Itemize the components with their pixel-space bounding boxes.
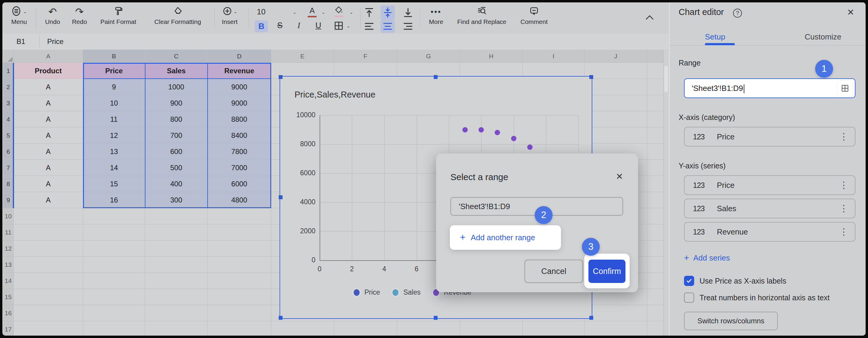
cell-B10[interactable] (83, 208, 145, 224)
add-series-button[interactable]: + Add series (684, 253, 730, 263)
cell-C12[interactable] (145, 241, 208, 257)
cell-D1[interactable]: Revenue (208, 63, 271, 79)
cell-B9[interactable]: 16 (83, 192, 145, 208)
borders-chevron-icon[interactable]: ⌄ (346, 23, 350, 29)
cell-C1[interactable]: Sales (145, 63, 208, 79)
column-header-D[interactable]: D (208, 50, 271, 63)
kebab-menu-icon[interactable]: ⋮ (839, 128, 848, 146)
align-right-button[interactable] (402, 21, 414, 33)
cell-B2[interactable]: 9 (83, 79, 145, 95)
checkbox-unchecked-icon[interactable] (684, 292, 694, 303)
align-middle-button[interactable] (380, 5, 395, 20)
menu-button[interactable]: ⌄ Menu (5, 5, 33, 25)
cell-B1[interactable]: Price (83, 63, 145, 79)
select-all-corner[interactable] (3, 50, 14, 63)
chart-resize-handle[interactable] (589, 316, 593, 320)
cell-C16[interactable] (145, 305, 208, 321)
cell-D11[interactable] (208, 224, 271, 241)
close-icon[interactable]: ✕ (616, 171, 623, 181)
cell-B7[interactable]: 14 (83, 160, 145, 176)
cell-D7[interactable]: 7000 (208, 160, 271, 176)
cell-A17[interactable] (14, 321, 83, 336)
y-series-field-revenue[interactable]: 123 Revenue ⋮ (684, 222, 856, 242)
row-header-13[interactable]: 13 (3, 257, 14, 273)
x-axis-field[interactable]: 123 Price ⋮ (684, 127, 856, 146)
row-header-6[interactable]: 6 (3, 144, 14, 160)
cell-J17[interactable] (585, 321, 647, 336)
cell-A11[interactable] (14, 224, 83, 241)
cell-D14[interactable] (208, 273, 271, 289)
align-left-button[interactable] (363, 21, 375, 33)
treat-text-checkbox-row[interactable]: Treat numbers in horizontal axis as text (684, 292, 830, 303)
cell-C10[interactable] (145, 208, 208, 224)
column-header-G[interactable]: G (397, 50, 460, 63)
cell-B8[interactable]: 15 (83, 176, 145, 192)
add-another-range-button[interactable]: + Add another range (450, 225, 561, 250)
use-labels-checkbox-row[interactable]: Use Price as X-axis labels (684, 276, 786, 286)
cell-C4[interactable]: 800 (145, 111, 208, 128)
font-size-value[interactable]: 10 (257, 7, 266, 17)
row-header-7[interactable]: 7 (3, 160, 14, 176)
cell-F17[interactable] (334, 321, 397, 336)
paint-format-button[interactable]: Paint Format (94, 5, 142, 25)
fill-color-button[interactable] (335, 6, 343, 17)
cell-D6[interactable]: 7800 (208, 144, 271, 160)
row-header-9[interactable]: 9 (3, 192, 14, 208)
tab-customize[interactable]: Customize (805, 32, 841, 41)
insert-button[interactable]: ⌄ Insert (215, 5, 244, 25)
y-series-field-price[interactable]: 123 Price ⋮ (684, 175, 856, 195)
cell-A7[interactable]: A (14, 160, 83, 176)
italic-button[interactable]: I (298, 21, 300, 30)
borders-button[interactable] (333, 20, 344, 32)
cell-G17[interactable] (397, 321, 460, 336)
cell-B12[interactable] (83, 241, 145, 257)
cell-C2[interactable]: 1000 (145, 79, 208, 95)
cell-D2[interactable]: 9000 (208, 79, 271, 95)
cell-J5[interactable] (585, 128, 647, 144)
column-header-A[interactable]: A (14, 50, 83, 63)
cell-D8[interactable]: 6000 (208, 176, 271, 192)
cell-C14[interactable] (145, 273, 208, 289)
name-box[interactable]: B1 (2, 33, 39, 50)
row-header-2[interactable]: 2 (3, 79, 14, 95)
comment-button[interactable]: Comment (515, 5, 554, 25)
cell-C11[interactable] (145, 224, 208, 241)
align-top-button[interactable] (363, 7, 375, 20)
cell-C8[interactable]: 400 (145, 176, 208, 192)
cell-A9[interactable]: A (14, 192, 83, 208)
cell-D13[interactable] (208, 257, 271, 273)
checkbox-checked-icon[interactable] (684, 276, 694, 286)
vertical-scrollbar[interactable] (664, 50, 669, 336)
collapse-toolbar-button[interactable] (645, 13, 655, 22)
cell-D4[interactable]: 8800 (208, 111, 271, 128)
cell-J3[interactable] (585, 95, 647, 111)
help-icon[interactable]: ? (733, 9, 742, 18)
range-input[interactable]: 'Sheet3'!B1:D9 (684, 78, 856, 98)
more-button[interactable]: ••• More (424, 5, 448, 25)
redo-button[interactable]: ↷ Redo (67, 5, 91, 25)
column-header-C[interactable]: C (145, 50, 208, 63)
cell-B3[interactable]: 10 (83, 95, 145, 111)
formula-input[interactable]: Price (47, 33, 64, 50)
cancel-button[interactable]: Cancel (525, 260, 583, 283)
cell-D15[interactable] (208, 289, 271, 305)
cell-B16[interactable] (83, 305, 145, 321)
row-header-15[interactable]: 15 (3, 289, 14, 305)
cell-I17[interactable] (523, 321, 585, 336)
cell-C5[interactable]: 700 (145, 128, 208, 144)
cell-C13[interactable] (145, 257, 208, 273)
cell-D5[interactable]: 8400 (208, 128, 271, 144)
cell-D12[interactable] (208, 241, 271, 257)
row-header-17[interactable]: 17 (3, 321, 14, 336)
cell-C15[interactable] (145, 289, 208, 305)
fill-color-chevron-icon[interactable]: ⌄ (349, 9, 353, 15)
cell-A12[interactable] (14, 241, 83, 257)
kebab-menu-icon[interactable]: ⋮ (839, 223, 848, 241)
cell-C7[interactable]: 500 (145, 160, 208, 176)
cell-A2[interactable]: A (14, 79, 83, 95)
cell-C17[interactable] (145, 321, 208, 336)
cell-J4[interactable] (585, 111, 647, 128)
cell-A14[interactable] (14, 273, 83, 289)
strikethrough-button[interactable]: S (277, 21, 283, 30)
undo-button[interactable]: ↶ Undo (41, 5, 64, 25)
